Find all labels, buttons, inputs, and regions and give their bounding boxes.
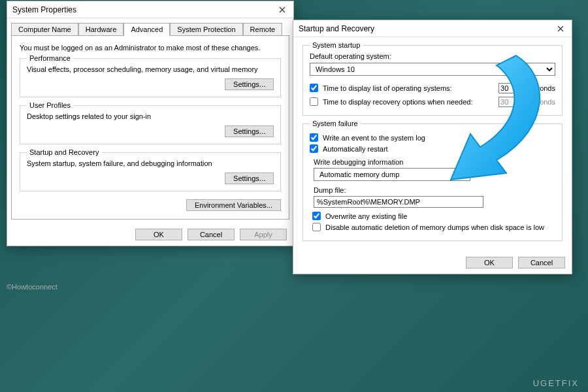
- close-icon[interactable]: [555, 23, 566, 35]
- tab-strip: Computer Name Hardware Advanced System P…: [7, 18, 293, 35]
- default-os-label: Default operating system:: [310, 52, 555, 60]
- disable-delete-label: Disable automatic deletion of memory dum…: [325, 223, 544, 231]
- group-title-startup: Startup and Recovery: [27, 148, 101, 156]
- group-system-failure: System failure Write an event to the sys…: [302, 123, 563, 241]
- group-system-startup: System startup Default operating system:…: [302, 45, 563, 116]
- performance-desc: Visual effects, processor scheduling, me…: [27, 65, 274, 73]
- seconds-unit-1: seconds: [529, 84, 555, 92]
- dump-file-label: Dump file:: [314, 186, 555, 194]
- dialog-buttons: OK Cancel Apply: [7, 223, 293, 246]
- write-debug-label: Write debugging information: [314, 158, 555, 166]
- profiles-desc: Desktop settings related to your sign-in: [27, 112, 274, 120]
- display-recovery-label: Time to display recovery options when ne…: [323, 98, 473, 106]
- window-title: System Properties: [12, 5, 76, 14]
- default-os-select[interactable]: Windows 10: [310, 63, 555, 76]
- close-icon[interactable]: [276, 4, 288, 16]
- tab-hardware[interactable]: Hardware: [78, 23, 124, 36]
- tab-remote[interactable]: Remote: [243, 23, 283, 36]
- dump-type-select[interactable]: Automatic memory dump: [314, 168, 470, 181]
- group-user-profiles: User Profiles Desktop settings related t…: [20, 105, 281, 144]
- group-startup-recovery: Startup and Recovery System startup, sys…: [20, 152, 281, 191]
- apply-button[interactable]: Apply: [240, 229, 287, 240]
- seconds-unit-2: seconds: [529, 98, 555, 106]
- system-properties-dialog: System Properties Computer Name Hardware…: [7, 1, 294, 246]
- display-recovery-checkbox[interactable]: [310, 97, 318, 106]
- tab-system-protection[interactable]: System Protection: [170, 23, 242, 36]
- tab-content-advanced: You must be logged on as an Administrato…: [11, 35, 289, 220]
- dialog-buttons: OK Cancel: [293, 252, 572, 274]
- auto-restart-checkbox[interactable]: [310, 144, 318, 153]
- brand-text: UGETFIX: [533, 378, 579, 388]
- display-os-list-seconds[interactable]: [498, 83, 525, 93]
- cancel-button[interactable]: Cancel: [188, 229, 235, 240]
- startup-settings-button[interactable]: Settings...: [225, 172, 274, 184]
- group-performance: Performance Visual effects, processor sc…: [20, 58, 281, 97]
- group-title-sysfailure: System failure: [310, 120, 361, 127]
- environment-variables-button[interactable]: Environment Variables...: [186, 199, 281, 211]
- window-title: Startup and Recovery: [299, 24, 374, 33]
- display-recovery-seconds: [498, 97, 525, 107]
- write-event-label: Write an event to the system log: [323, 134, 425, 142]
- startup-recovery-dialog: Startup and Recovery System startup Defa…: [293, 20, 572, 274]
- startup-desc: System startup, system failure, and debu…: [27, 159, 274, 167]
- group-title-profiles: User Profiles: [27, 101, 73, 109]
- profiles-settings-button[interactable]: Settings...: [225, 125, 274, 137]
- tab-advanced[interactable]: Advanced: [123, 23, 170, 36]
- performance-settings-button[interactable]: Settings...: [225, 78, 274, 90]
- titlebar: Startup and Recovery: [293, 20, 572, 37]
- dump-file-field[interactable]: [314, 196, 483, 208]
- write-event-checkbox[interactable]: [310, 133, 318, 142]
- overwrite-checkbox[interactable]: [312, 212, 321, 220]
- display-os-list-label: Time to display list of operating system…: [323, 84, 452, 92]
- ok-button[interactable]: OK: [135, 229, 182, 240]
- overwrite-label: Overwrite any existing file: [325, 212, 407, 220]
- tab-computer-name[interactable]: Computer Name: [11, 23, 78, 36]
- titlebar: System Properties: [7, 1, 293, 18]
- group-title-sysstartup: System startup: [310, 41, 363, 49]
- display-os-list-checkbox[interactable]: [310, 84, 318, 92]
- cancel-button[interactable]: Cancel: [518, 257, 565, 269]
- disable-delete-checkbox[interactable]: [312, 223, 321, 231]
- auto-restart-label: Automatically restart: [323, 145, 388, 153]
- ok-button[interactable]: OK: [466, 257, 513, 269]
- watermark-text: ©Howtoconnect: [7, 283, 57, 291]
- group-title-performance: Performance: [27, 54, 73, 62]
- admin-notice: You must be logged on as an Administrato…: [20, 44, 281, 52]
